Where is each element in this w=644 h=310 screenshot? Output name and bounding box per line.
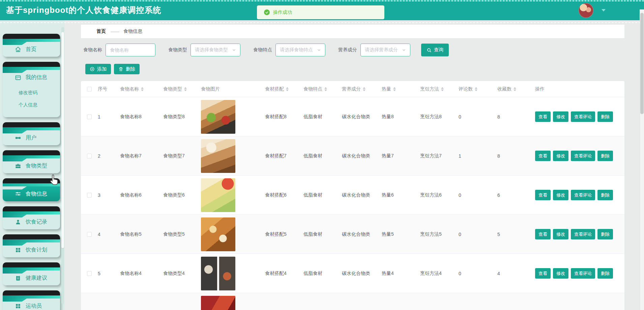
food-name-input[interactable] [106,44,155,56]
user-avatar[interactable] [579,3,593,18]
sidebar-item-label: 首页 [26,46,36,53]
sidebar-item-label: 饮食记录 [26,218,47,226]
search-button[interactable]: 查询 [421,44,449,56]
window-scrollbar[interactable] [640,9,644,310]
sidebar-item-health-advice[interactable]: 健康建议 [3,262,60,285]
cell-index: 2 [98,153,120,159]
sidebar-subitem-profile[interactable]: 个人信息 [3,99,60,111]
view-comments-button[interactable]: 查看评论 [571,268,595,279]
edit-button[interactable]: 修改 [553,111,568,122]
edit-button[interactable]: 修改 [553,229,568,239]
delete-row-button[interactable]: 删除 [597,229,613,239]
sidebar-item-my-info[interactable]: 我的信息 修改密码 个人信息 [3,62,60,117]
table-header-row: 序号 食物名称 食物类型 食物图片 食材搭配 食物特点 营养成分 热量 烹饪方法… [81,81,624,97]
view-comments-button[interactable]: 查看评论 [571,151,595,161]
food-image[interactable] [201,100,235,134]
select-placeholder: 请选择营养成分 [365,47,398,53]
edit-button[interactable]: 修改 [553,190,568,200]
row-checkbox[interactable] [87,271,92,276]
cell-index: 3 [98,192,120,198]
delete-row-button[interactable]: 删除 [597,190,613,200]
sort-caret-icon[interactable] [514,87,516,91]
view-comments-button[interactable]: 查看评论 [571,190,595,200]
delete-row-button[interactable]: 删除 [597,151,613,161]
scrollbar-thumb[interactable] [640,13,644,114]
delete-row-button[interactable]: 删除 [597,111,613,122]
add-button[interactable]: 添加 [85,64,111,74]
cell-food-type: 食物类型6 [163,192,201,198]
row-checkbox[interactable] [87,232,92,237]
sort-caret-icon[interactable] [393,87,396,91]
sidebar-subitem-change-password[interactable]: 修改密码 [3,87,60,99]
add-button-label: 添加 [97,66,107,72]
row-checkbox[interactable] [87,193,92,198]
delete-row-button[interactable]: 删除 [597,268,613,279]
column-header: 烹饪方法 [420,86,439,92]
sidebar-item-users[interactable]: 用户 [3,122,60,145]
cell-food-name: 食物名称5 [120,231,163,237]
view-button[interactable]: 查看 [535,151,551,161]
data-table: 序号 食物名称 食物类型 食物图片 食材搭配 食物特点 营养成分 热量 烹饪方法… [81,81,624,310]
breadcrumb-home-link[interactable]: 首页 [96,28,106,34]
chevron-down-icon [232,48,236,52]
food-feature-select[interactable]: 请选择食物特点 [275,44,325,56]
cell-calorie: 热量6 [382,192,420,198]
card-accent-stripe [3,39,60,42]
row-checkbox[interactable] [87,114,92,119]
food-type-select[interactable]: 请选择食物类型 [191,44,240,56]
food-image[interactable] [201,217,235,251]
select-all-checkbox[interactable] [87,87,92,92]
chevron-down-icon [402,48,406,52]
food-image[interactable] [201,178,235,212]
cell-feature: 低脂食材 [303,270,342,277]
sort-caret-icon[interactable] [286,87,289,91]
sidebar-item-home[interactable]: 首页 [3,34,60,57]
cell-food-type: 食物类型4 [163,270,201,277]
sidebar-item-label: 健康建议 [26,275,47,282]
table-row [81,293,624,310]
edit-button[interactable]: 修改 [553,268,568,279]
grid-icon [15,303,21,309]
row-checkbox[interactable] [87,154,92,158]
card-accent-stripe [3,127,60,130]
sort-caret-icon[interactable] [324,87,327,91]
column-header: 序号 [98,86,107,92]
cell-calorie: 热量5 [382,231,420,237]
card-accent-stripe [3,211,60,214]
view-comments-button[interactable]: 查看评论 [571,111,595,122]
cell-favorites: 8 [497,153,535,159]
main-content: 首页 —— 食物信息 食物名称 食物类型 请选择食物类型 食物特点 请选择食物特… [65,20,640,310]
food-type-label: 食物类型 [168,47,187,53]
view-button[interactable]: 查看 [535,268,551,279]
view-comments-button[interactable]: 查看评论 [571,229,595,239]
cell-nutrition: 碳水化合物类 [342,231,382,237]
cell-food-type: 食物类型5 [163,231,201,237]
sidebar-item-food-info[interactable]: 食物信息 [3,178,60,201]
card-accent-stripe [3,239,60,242]
cell-feature: 低脂食材 [303,192,342,198]
card-top-band [3,234,60,239]
sidebar-item-label: 运动员 [26,303,42,310]
sidebar-item-diet-plan[interactable]: 饮食计划 [3,234,60,257]
view-button[interactable]: 查看 [535,111,551,122]
sort-caret-icon[interactable] [141,87,144,91]
food-image[interactable] [201,257,235,290]
sidebar-item-athlete[interactable]: 运动员 [3,290,60,310]
chevron-down-icon[interactable] [602,9,606,11]
sort-caret-icon[interactable] [475,87,477,91]
view-button[interactable]: 查看 [535,229,551,239]
sidebar-item-label: 用户 [26,134,36,141]
nutrition-select[interactable]: 请选择营养成分 [360,44,410,56]
column-header: 食物类型 [163,86,182,92]
food-image[interactable] [201,296,235,310]
sidebar-item-diet-record[interactable]: 饮食记录 [3,206,60,229]
sort-caret-icon[interactable] [363,87,365,91]
edit-button[interactable]: 修改 [553,151,568,161]
sort-caret-icon[interactable] [441,87,444,91]
sort-caret-icon[interactable] [184,87,187,91]
food-image[interactable] [201,139,235,173]
sidebar-scrollbar-thumb[interactable] [61,32,64,248]
view-button[interactable]: 查看 [535,190,551,200]
delete-button[interactable]: 删除 [114,64,140,74]
sidebar-item-food-type[interactable]: 食物类型 [3,150,60,173]
